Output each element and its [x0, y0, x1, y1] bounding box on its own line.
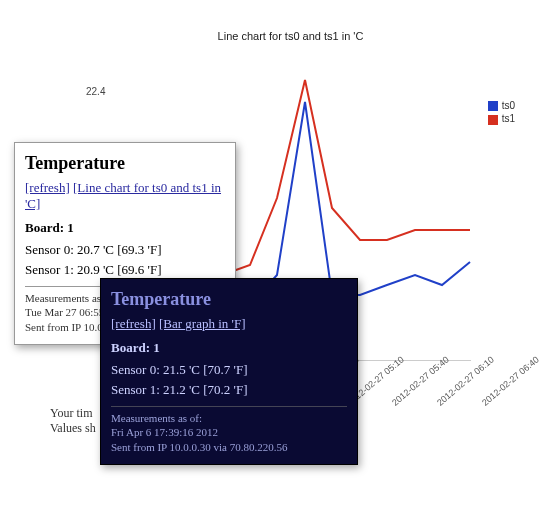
sensor-1-reading: Sensor 1: 20.9 'C [69.6 'F]	[25, 262, 225, 278]
board-label: Board: 1	[25, 220, 225, 236]
temperature-card-dark: Temperature [refresh] [Bar graph in 'F] …	[100, 278, 358, 465]
sensor-1-reading: Sensor 1: 21.2 'C [70.2 'F]	[111, 382, 347, 398]
refresh-link[interactable]: [refresh]	[111, 316, 156, 331]
timestamp-label: Measurements as of:	[111, 411, 347, 425]
divider	[111, 406, 347, 407]
bgnote-line1: Your tim	[50, 406, 96, 421]
ip-label: Sent from IP 10.0.0.30 via 70.80.220.56	[111, 440, 347, 454]
timestamp-value: Fri Apr 6 17:39:16 2012	[111, 425, 347, 439]
refresh-link[interactable]: [refresh]	[25, 180, 70, 195]
card-heading: Temperature	[111, 289, 347, 310]
background-note: Your tim Values sh	[50, 406, 96, 436]
bgnote-line2: Values sh	[50, 421, 96, 436]
chart-mode-link[interactable]: [Bar graph in 'F]	[159, 316, 245, 331]
board-label: Board: 1	[111, 340, 347, 356]
sensor-0-reading: Sensor 0: 21.5 'C [70.7 'F]	[111, 362, 347, 378]
sensor-0-reading: Sensor 0: 20.7 'C [69.3 'F]	[25, 242, 225, 258]
card-heading: Temperature	[25, 153, 225, 174]
